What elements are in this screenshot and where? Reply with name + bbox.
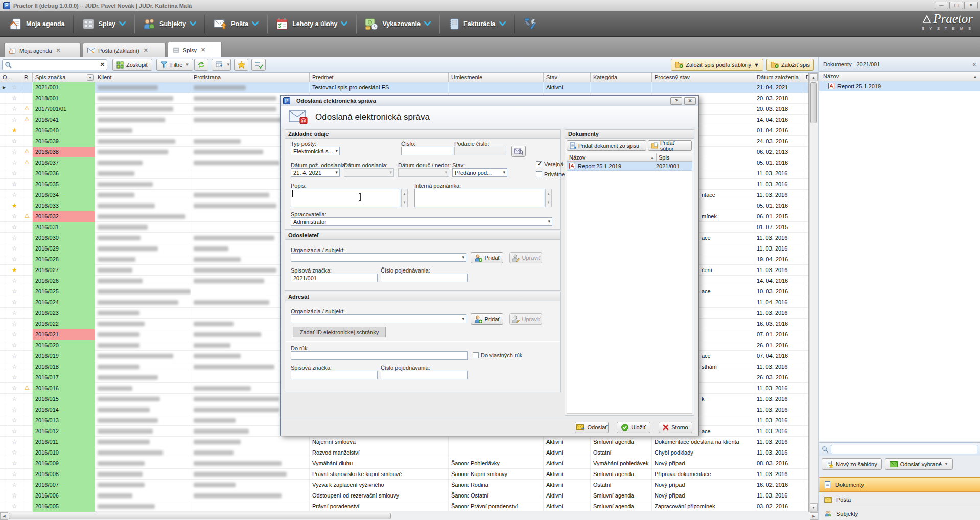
favorite-star-icon[interactable]: ☆ (8, 437, 21, 447)
menu-vykazovanie[interactable]: Vykazovanie (358, 13, 437, 35)
cell-spis-znacka[interactable]: 2016/021 (33, 329, 95, 340)
cell-datum-zalozenia[interactable]: 11. 03. 2016 (754, 447, 803, 458)
cell-umiestnenie[interactable] (449, 447, 544, 458)
cell-dat[interactable] (803, 179, 809, 190)
nav-subjekty[interactable]: Subjekty (819, 507, 980, 520)
create-case-from-template-button[interactable]: Založiť spis podľa šablóny ▼ (671, 59, 763, 71)
cell-spis-znacka[interactable]: 2016/033 (33, 200, 95, 211)
favorite-star-icon[interactable]: ☆ (8, 490, 21, 501)
cell-dat[interactable] (803, 147, 809, 157)
odosielatel-cislo-pojednavania-input[interactable] (381, 274, 468, 282)
lookup-message-button[interactable] (511, 146, 526, 157)
cell-spis-znacka[interactable]: 2018/001 (33, 93, 95, 104)
do-vlastnych-ruk-checkbox[interactable]: Do vlastných rúk (473, 352, 522, 358)
cell-dat[interactable] (803, 104, 809, 115)
cell-klient[interactable] (95, 147, 191, 157)
cell-procesny-stav[interactable]: Nový případ (652, 480, 754, 490)
favorite-star-icon[interactable]: ☆ (8, 383, 21, 394)
favorite-star-icon[interactable]: ☆ (8, 351, 21, 361)
list-actions-button[interactable] (251, 59, 266, 71)
cell-spis-znacka[interactable]: 2016/041 (33, 115, 95, 125)
cell-datum-zalozenia[interactable]: 11. 03. 2016 (754, 308, 803, 319)
cell-klient[interactable] (95, 361, 191, 372)
cell-umiestnenie[interactable]: Šanon: Ostatní (449, 490, 544, 501)
cell-datum-zalozenia[interactable]: 20. 03. 2018 (754, 93, 803, 104)
refresh-button[interactable] (194, 59, 208, 71)
cell-umiestnenie[interactable] (449, 82, 544, 93)
cell-protistrana[interactable] (191, 437, 310, 447)
cell-dat[interactable] (803, 233, 809, 243)
nav-dokumenty[interactable]: Dokumenty (819, 477, 980, 492)
table-row[interactable]: ▶ ☆ 2021/001 Testovací spis pro odeslání… (0, 82, 809, 93)
cell-spis-znacka[interactable]: 2016/026 (33, 276, 95, 286)
adresat-upravit-button[interactable]: Upraviť (509, 313, 542, 325)
cell-datum-zalozenia[interactable]: 11. 03. 2016 (754, 179, 803, 190)
cell-dat[interactable] (803, 383, 809, 394)
favorite-star-icon[interactable]: ☆ (8, 361, 21, 372)
cell-datum-zalozenia[interactable]: 01. 07. 2015 (754, 222, 803, 233)
cell-klient[interactable] (95, 157, 191, 168)
cell-dat[interactable] (803, 276, 809, 286)
cell-dat[interactable] (803, 200, 809, 211)
send-selected-button[interactable]: Odoslať vybrané ▼ (885, 458, 953, 470)
cell-datum-zalozenia[interactable]: 05. 01. 2016 (754, 157, 803, 168)
cell-protistrana[interactable] (191, 469, 310, 480)
table-row[interactable]: ☆ 2016/009 Vymáhání dluhu Šanon: Pohledá… (0, 458, 809, 469)
cell-umiestnenie[interactable]: Šanon: Kupní smlouvy (449, 469, 544, 480)
cell-klient[interactable] (95, 329, 191, 340)
cell-dat[interactable] (803, 297, 809, 308)
cell-spis-znacka[interactable]: 2016/034 (33, 190, 95, 200)
cell-klient[interactable] (95, 222, 191, 233)
create-case-button[interactable]: Založiť spis (766, 59, 814, 71)
column-header-umiestnenie[interactable]: Umiestnenie (449, 73, 544, 82)
cell-procesny-stav[interactable]: Dokumentace odeslána na klienta (652, 437, 754, 447)
scrollbar-thumb[interactable] (810, 82, 817, 123)
favorite-star-icon[interactable]: ☆ (8, 372, 21, 383)
cell-dat[interactable] (803, 361, 809, 372)
favorites-button[interactable] (234, 59, 248, 71)
cell-klient[interactable] (95, 265, 191, 276)
cell-spis-znacka[interactable]: 2016/006 (33, 490, 95, 501)
cell-protistrana[interactable] (191, 501, 310, 512)
column-header-klient[interactable]: Klient (95, 73, 191, 82)
cell-klient[interactable] (95, 200, 191, 211)
cell-klient[interactable] (95, 340, 191, 351)
cell-klient[interactable] (95, 415, 191, 426)
column-header-spis-znacka[interactable]: Spis.značka▼ (33, 73, 95, 82)
cell-datum-zalozenia[interactable]: 11. 03. 2016 (754, 190, 803, 200)
vertical-scrollbar[interactable]: ▲ ▼ (809, 73, 818, 512)
favorite-star-icon[interactable]: ☆ (8, 469, 21, 480)
cell-klient[interactable] (95, 276, 191, 286)
new-from-template-button[interactable]: Nový zo šablóny (822, 458, 882, 470)
scroll-right-icon[interactable]: ▶ (810, 512, 818, 520)
typ-posty-select[interactable]: Elektronická s... (291, 147, 340, 155)
cell-klient[interactable] (95, 93, 191, 104)
cell-procesny-stav[interactable]: Nový případ (652, 458, 754, 469)
menu-spisy[interactable]: Spisy (76, 13, 132, 35)
favorite-star-icon[interactable]: ☆ (8, 308, 21, 319)
cell-klient[interactable] (95, 136, 191, 147)
cell-datum-zalozenia[interactable]: 11. 04. 2016 (754, 297, 803, 308)
cell-dat[interactable] (803, 308, 809, 319)
interna-spinner[interactable]: ▲▼ (545, 189, 552, 207)
adresat-organizacia-select[interactable] (291, 314, 466, 323)
favorite-star-icon[interactable]: ☆ (8, 157, 21, 168)
cell-protistrana[interactable] (191, 447, 310, 458)
cell-predmet[interactable]: Nájemní smlouva (310, 437, 449, 447)
cell-spis-znacka[interactable]: 2016/016 (33, 383, 95, 394)
cell-datum-zalozenia[interactable]: 11. 03. 2016 (754, 361, 803, 372)
cell-umiestnenie[interactable]: Šanon: Rodina (449, 480, 544, 490)
cell-datum-zalozenia[interactable]: 20. 03. 2018 (754, 104, 803, 115)
cell-spis-znacka[interactable]: 2016/030 (33, 233, 95, 243)
scroll-left-icon[interactable]: ◀ (0, 512, 8, 520)
horizontal-scrollbar[interactable]: ◀ ▶ (0, 512, 818, 520)
favorite-star-icon[interactable]: ★ (8, 200, 21, 211)
cell-dat[interactable] (803, 458, 809, 469)
cell-dat[interactable] (803, 415, 809, 426)
favorite-star-icon[interactable]: ☆ (8, 286, 21, 297)
cell-datum-zalozenia[interactable]: 11. 03. 2016 (754, 490, 803, 501)
favorite-star-icon[interactable]: ☆ (8, 426, 21, 437)
favorite-star-icon[interactable]: ☆ (8, 447, 21, 458)
ulozit-button[interactable]: Uložiť (617, 422, 650, 433)
cell-klient[interactable] (95, 372, 191, 383)
